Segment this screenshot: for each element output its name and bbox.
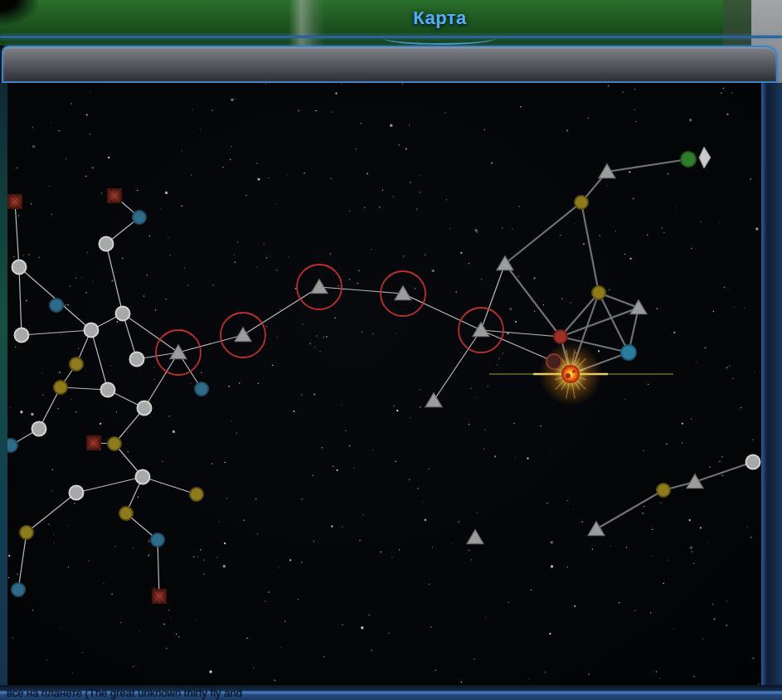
- map-node-yellow[interactable]: [70, 357, 83, 371]
- map-edge: [158, 540, 159, 596]
- map-node-gray[interactable]: [138, 401, 152, 416]
- map-edge: [243, 287, 319, 335]
- map-node-gray[interactable]: [101, 383, 115, 397]
- map-node-blue2[interactable]: [621, 345, 636, 360]
- map-node-yellow[interactable]: [119, 507, 133, 520]
- map-node-yellow[interactable]: [592, 286, 605, 299]
- map-edge: [76, 477, 143, 493]
- map-edge: [581, 202, 599, 293]
- map-node-yellow[interactable]: [54, 381, 67, 394]
- map-node-yellow[interactable]: [108, 437, 121, 450]
- map-node-triangle[interactable]: [473, 323, 489, 337]
- map-node-gray[interactable]: [130, 352, 144, 367]
- map-node-red[interactable]: [554, 330, 567, 343]
- map-node-triangle[interactable]: [588, 522, 605, 536]
- map-node-gray[interactable]: [116, 307, 130, 321]
- map-node-triangle[interactable]: [235, 328, 251, 342]
- map-edge: [123, 314, 178, 352]
- star-map: [0, 0, 782, 700]
- map-edge: [505, 264, 561, 337]
- map-edge: [144, 352, 178, 408]
- map-node-triangle[interactable]: [425, 393, 442, 407]
- map-node-gray[interactable]: [85, 323, 99, 338]
- map-node-yellow[interactable]: [575, 196, 588, 209]
- map-node-blue[interactable]: [12, 583, 25, 596]
- status-text: все на планете (The great unknown thirty…: [7, 687, 778, 699]
- status-bar: все на планете (The great unknown thirty…: [0, 685, 782, 700]
- map-edge: [106, 244, 123, 314]
- map-node-yellow[interactable]: [190, 488, 203, 501]
- map-node-gray[interactable]: [136, 470, 150, 484]
- map-node-gray[interactable]: [746, 455, 760, 469]
- map-node-yellow[interactable]: [657, 484, 670, 497]
- map-edge: [319, 287, 403, 294]
- map-node-blue[interactable]: [195, 382, 208, 396]
- map-edge: [607, 159, 688, 172]
- map-edge: [596, 490, 663, 529]
- map-edge: [143, 477, 197, 494]
- map-node-blue[interactable]: [4, 439, 17, 452]
- map-node-triangle[interactable]: [467, 530, 483, 544]
- map-node-yellow[interactable]: [20, 526, 33, 539]
- map-edge: [505, 202, 581, 264]
- map-node-gray[interactable]: [100, 237, 114, 251]
- map-node-blue[interactable]: [50, 299, 63, 312]
- map-node-gray[interactable]: [12, 260, 27, 275]
- map-edge: [434, 330, 481, 401]
- map-edge: [695, 462, 753, 482]
- map-edge: [22, 330, 91, 335]
- map-node-gray[interactable]: [32, 422, 46, 436]
- map-node-blue[interactable]: [151, 533, 164, 547]
- sun[interactable]: [489, 343, 673, 406]
- starfield: [8, 83, 759, 685]
- map-node-triangle[interactable]: [687, 474, 703, 489]
- map-node-maroon[interactable]: [546, 354, 561, 369]
- map-edge: [27, 493, 76, 532]
- map-edge: [91, 330, 108, 390]
- map-node-blue[interactable]: [133, 211, 146, 224]
- map-node-triangle[interactable]: [170, 345, 187, 359]
- map-node-triangle[interactable]: [630, 300, 647, 314]
- ship-marker[interactable]: [699, 147, 711, 168]
- map-node-gray[interactable]: [15, 328, 29, 343]
- map-node-triangle[interactable]: [311, 280, 328, 294]
- map-node-gray[interactable]: [70, 486, 84, 500]
- map-node-green[interactable]: [681, 152, 696, 167]
- map-edge: [178, 335, 243, 352]
- map-edge: [15, 202, 19, 267]
- map-edge: [19, 267, 22, 335]
- map-edge: [18, 532, 27, 590]
